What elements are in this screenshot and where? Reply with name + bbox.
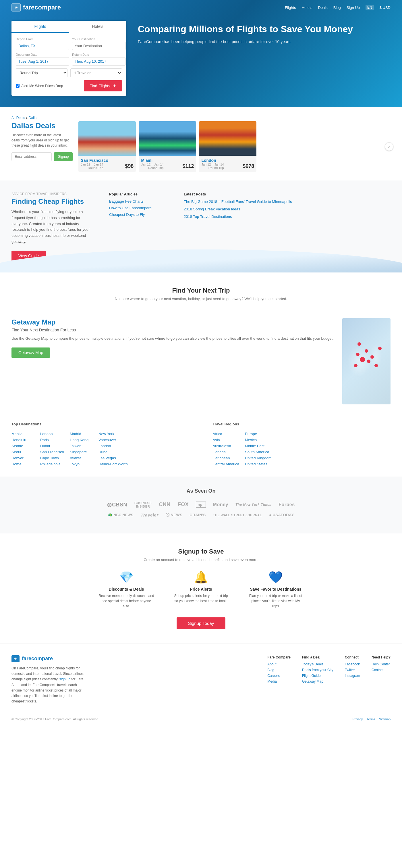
dest-newyork[interactable]: New York [99,432,128,436]
footer-instagram[interactable]: Instagram [345,674,360,678]
region-africa[interactable]: Africa [213,432,239,436]
link-howto[interactable]: How to Use Farecompare [109,206,167,210]
deal-card-sf[interactable]: San Francisco Jan 12 – Jan 14 Round Trip… [78,121,136,172]
region-middleeast[interactable]: Middle East [245,444,272,448]
deal-card-miami[interactable]: Miami Jan 12 – Jan 14 Round Trip $112 [139,121,196,172]
footer-deals-from-city[interactable]: Deals from your City [302,668,333,672]
signup-button[interactable]: Signup [54,152,73,161]
footer-contact[interactable]: Contact [372,668,391,672]
search-body: Depart From Your Destination Departure D… [11,33,126,96]
region-europe[interactable]: Europe [245,432,272,436]
region-caribbean[interactable]: Caribbean [213,456,239,460]
dest-sf[interactable]: San Francisco [40,450,64,454]
alert-checkbox[interactable] [16,84,20,88]
signup-title: Signup to Save [11,548,391,555]
region-central-america[interactable]: Central America [213,462,239,466]
nav-hotels[interactable]: Hotels [302,5,312,10]
currency-selector[interactable]: $ USD [379,5,391,10]
lang-selector[interactable]: EN [366,5,374,10]
footer-help-center[interactable]: Help Center [372,662,391,666]
footer-blog[interactable]: Blog [267,668,291,672]
alert-check[interactable]: Alert Me When Prices Drop [16,84,63,88]
cards-next-arrow[interactable]: › [385,142,393,151]
region-canada[interactable]: Canada [213,450,239,454]
sf-price-row: Jan 12 – Jan 14 Round Trip $98 [81,163,134,169]
sf-price: $98 [125,163,134,169]
destination-input[interactable] [72,42,126,50]
deals-title: Dallas Deals [11,121,73,130]
footer-privacy[interactable]: Privacy [353,717,363,721]
region-south-america[interactable]: South America [245,450,272,454]
dest-atlanta[interactable]: Atlanta [70,456,93,460]
footer-signup-link[interactable]: sign up [60,677,71,681]
post-topdest[interactable]: 2018 Top Travel Destinations [184,214,292,219]
dest-london[interactable]: London [40,432,64,436]
dest-dubai[interactable]: Dubai [40,444,64,448]
dest-vancouver[interactable]: Vancouver [99,438,128,442]
signup-today-button[interactable]: Signup Today [177,617,226,629]
post-superbowl[interactable]: The Big Game 2018 – Football Fans' Trave… [184,199,292,204]
dest-madrid[interactable]: Madrid [70,432,93,436]
footer-media[interactable]: Media [267,679,291,683]
dest-singapore[interactable]: Singapore [70,450,93,454]
dest-rome[interactable]: Rome [11,462,34,466]
latest-posts: The Big Game 2018 – Football Fans' Trave… [184,199,292,220]
link-baggage[interactable]: Baggage Fee Charts [109,199,167,204]
footer-facebook[interactable]: Facebook [345,662,360,666]
email-input[interactable] [11,152,52,161]
dest-philly[interactable]: Philadelphia [40,462,64,466]
footer-twitter[interactable]: Twitter [345,668,360,672]
dest-dallas[interactable]: Dallas-Fort Worth [99,462,128,466]
site-logo[interactable]: ✈ farecompare [11,3,61,11]
dest-dubai2[interactable]: Dubai [99,450,128,454]
footer-about[interactable]: About [267,662,291,666]
depart-from-input[interactable] [16,42,69,50]
logos-row-1: ◎CBSN BUSINESSINSIDER CNN FOX npr Money … [11,501,391,508]
footer-sitemap[interactable]: Sitemap [379,717,391,721]
map-pin-2 [354,364,358,367]
trip-type-select[interactable]: Round Trip One Way [16,68,67,77]
tab-flights[interactable]: Flights [11,21,69,33]
dest-london2[interactable]: London [99,444,128,448]
nav-blog[interactable]: Blog [333,5,341,10]
breadcrumb-city[interactable]: Dallas [29,116,38,120]
dest-lasvegas[interactable]: Las Vegas [99,456,128,460]
region-uk[interactable]: United Kingdom [245,456,272,460]
dest-seoul[interactable]: Seoul [11,450,34,454]
deal-card-london[interactable]: London Jan 12 – Jan 14 Round Trip $678 [199,121,257,172]
nav-deals[interactable]: Deals [318,5,328,10]
footer-terms[interactable]: Terms [367,717,375,721]
dest-capetown[interactable]: Cape Town [40,456,64,460]
footer-todays-deals[interactable]: Today's Deals [302,662,333,666]
tab-hotels[interactable]: Hotels [69,21,126,33]
nav-signup[interactable]: Sign Up [346,5,360,10]
map-background [342,318,391,404]
link-cheapest[interactable]: Cheapest Days to Fly [109,212,167,217]
dest-hongkong[interactable]: Hong Kong [70,438,93,442]
dest-taiwan[interactable]: Taiwan [70,444,93,448]
return-date-input[interactable] [72,57,126,65]
dest-paris[interactable]: Paris [40,438,64,442]
departure-date-input[interactable] [16,57,69,65]
dest-denver[interactable]: Denver [11,456,34,460]
getaway-title: Getaway Map [11,318,334,326]
region-mexico[interactable]: Mexico [245,438,272,442]
dest-tokyo[interactable]: Tokyo [70,462,93,466]
footer-flight-guide[interactable]: Flight Guide [302,674,333,678]
region-us[interactable]: United States [245,462,272,466]
find-flights-label: Find Flights [90,84,110,88]
travelers-field: 1 Traveler 2 Travelers [70,68,122,77]
getaway-map-button[interactable]: Getaway Map [11,347,50,358]
nav-flights[interactable]: Flights [285,5,296,10]
footer-careers[interactable]: Careers [267,674,291,678]
footer-getaway-map[interactable]: Getaway Map [302,679,333,683]
region-australasia[interactable]: Australasia [213,444,239,448]
dest-honolulu[interactable]: Honolulu [11,438,34,442]
region-asia[interactable]: Asia [213,438,239,442]
travelers-select[interactable]: 1 Traveler 2 Travelers [70,68,122,77]
breadcrumb-all-deals[interactable]: All Deals [11,116,25,120]
post-springbreak[interactable]: 2018 Spring Break Vacation Ideas [184,207,292,212]
find-flights-button[interactable]: Find Flights ✈ [84,80,122,91]
dest-manila[interactable]: Manila [11,432,34,436]
dest-seattle[interactable]: Seattle [11,444,34,448]
